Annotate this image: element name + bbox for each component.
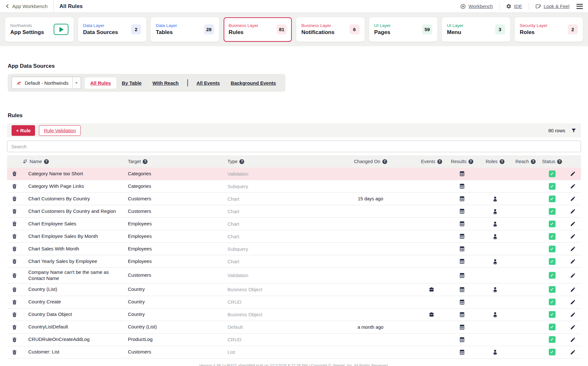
events-indicator[interactable] — [417, 273, 446, 278]
edit-rule-button[interactable] — [565, 196, 581, 202]
select-caret[interactable] — [72, 77, 81, 89]
column-header-changed-on[interactable]: Changed On — [324, 159, 417, 164]
edit-rule-button[interactable] — [565, 337, 581, 343]
edit-rule-button[interactable] — [565, 273, 581, 278]
column-header-results[interactable]: Results — [446, 159, 478, 164]
results-indicator[interactable] — [446, 171, 478, 177]
roles-indicator[interactable] — [478, 258, 512, 265]
roles-indicator[interactable] — [478, 324, 512, 330]
results-indicator[interactable] — [446, 337, 478, 343]
results-indicator[interactable] — [446, 324, 478, 330]
results-indicator[interactable] — [446, 183, 478, 189]
roles-indicator[interactable] — [478, 311, 512, 318]
tab-by-table[interactable]: By Table — [116, 77, 147, 89]
status-toggle[interactable] — [539, 183, 565, 190]
events-indicator[interactable] — [417, 337, 446, 342]
edit-rule-button[interactable] — [565, 287, 581, 292]
edit-rule-button[interactable] — [565, 258, 581, 264]
search-input[interactable] — [7, 141, 581, 152]
card-tables[interactable]: Data Layer Tables 28 — [151, 17, 219, 42]
tab-all-rules[interactable]: All Rules — [85, 77, 116, 89]
delete-rule-button[interactable] — [7, 246, 22, 252]
status-toggle[interactable] — [539, 349, 565, 355]
delete-rule-button[interactable] — [7, 171, 22, 177]
roles-indicator[interactable] — [478, 171, 512, 177]
results-indicator[interactable] — [446, 312, 478, 318]
delete-rule-button[interactable] — [7, 273, 22, 278]
workbench-link[interactable]: Workbench — [460, 4, 493, 9]
delete-rule-button[interactable] — [7, 196, 22, 202]
delete-rule-button[interactable] — [7, 258, 22, 264]
status-toggle[interactable] — [539, 324, 565, 330]
roles-indicator[interactable] — [478, 286, 512, 292]
events-indicator[interactable] — [417, 234, 446, 239]
data-source-select[interactable]: Default - Northwinds — [12, 77, 81, 89]
events-indicator[interactable] — [417, 312, 446, 317]
events-indicator[interactable] — [417, 246, 446, 252]
tab-all-events[interactable]: All Events — [191, 77, 226, 89]
delete-rule-button[interactable] — [7, 221, 22, 227]
card-rules[interactable]: Business Layer Rules 81 — [224, 17, 292, 42]
results-indicator[interactable] — [446, 246, 478, 252]
delete-rule-button[interactable] — [7, 233, 22, 239]
roles-indicator[interactable] — [478, 299, 512, 305]
card-data-sources[interactable]: Data Layer Data Sources 2 — [78, 17, 147, 42]
events-indicator[interactable] — [417, 171, 446, 177]
roles-indicator[interactable] — [478, 208, 512, 214]
roles-indicator[interactable] — [478, 349, 512, 355]
back-to-app-workbench-button[interactable]: App Workbench — [5, 4, 48, 9]
events-indicator[interactable] — [417, 299, 446, 305]
results-indicator[interactable] — [446, 349, 478, 355]
results-indicator[interactable] — [446, 258, 478, 264]
column-header-type[interactable]: Type — [221, 159, 324, 164]
edit-rule-button[interactable] — [565, 233, 581, 239]
column-header-target[interactable]: Target — [121, 159, 221, 164]
status-toggle[interactable] — [539, 246, 565, 252]
delete-rule-button[interactable] — [7, 208, 22, 214]
results-indicator[interactable] — [446, 299, 478, 305]
results-indicator[interactable] — [446, 208, 478, 214]
roles-indicator[interactable] — [478, 221, 512, 227]
filter-icon[interactable] — [571, 128, 576, 133]
roles-indicator[interactable] — [478, 196, 512, 202]
card-app-settings[interactable]: Northwinds App Settings — [5, 17, 74, 42]
card-roles[interactable]: Security Layer Roles 2 — [515, 17, 583, 42]
column-header-name[interactable]: Name — [22, 159, 121, 164]
events-indicator[interactable] — [417, 259, 446, 264]
tab-with-reach[interactable]: With Reach — [147, 77, 184, 89]
column-header-roles[interactable]: Roles — [478, 159, 512, 164]
sort-icon[interactable] — [22, 159, 28, 164]
delete-rule-button[interactable] — [7, 287, 22, 292]
status-toggle[interactable] — [539, 233, 565, 240]
edit-rule-button[interactable] — [565, 324, 581, 330]
edit-rule-button[interactable] — [565, 246, 581, 252]
look-and-feel-link[interactable]: Look & Feel — [535, 4, 569, 9]
events-indicator[interactable] — [417, 324, 446, 330]
roles-indicator[interactable] — [478, 272, 512, 278]
add-rule-button[interactable]: + Rule — [12, 125, 35, 136]
events-indicator[interactable] — [417, 221, 446, 227]
column-header-reach[interactable]: Reach — [512, 159, 539, 164]
delete-rule-button[interactable] — [7, 349, 22, 355]
edit-rule-button[interactable] — [565, 349, 581, 355]
results-indicator[interactable] — [446, 221, 478, 227]
roles-indicator[interactable] — [478, 246, 512, 252]
events-indicator[interactable] — [417, 196, 446, 202]
status-toggle[interactable] — [539, 258, 565, 265]
status-toggle[interactable] — [539, 299, 565, 305]
delete-rule-button[interactable] — [7, 324, 22, 330]
column-header-events[interactable]: Events — [417, 159, 446, 164]
status-toggle[interactable] — [539, 336, 565, 343]
edit-rule-button[interactable] — [565, 208, 581, 214]
results-indicator[interactable] — [446, 273, 478, 278]
play-app-button[interactable] — [54, 24, 68, 35]
tab-background-events[interactable]: Background Events — [225, 77, 281, 89]
results-indicator[interactable] — [446, 196, 478, 202]
status-toggle[interactable] — [539, 208, 565, 215]
card-notifications[interactable]: Business Layer Notifications 6 — [296, 17, 365, 42]
hamburger-menu-icon[interactable] — [576, 4, 583, 9]
delete-rule-button[interactable] — [7, 183, 22, 189]
delete-rule-button[interactable] — [7, 312, 22, 318]
edit-rule-button[interactable] — [565, 312, 581, 318]
edit-rule-button[interactable] — [565, 171, 581, 177]
